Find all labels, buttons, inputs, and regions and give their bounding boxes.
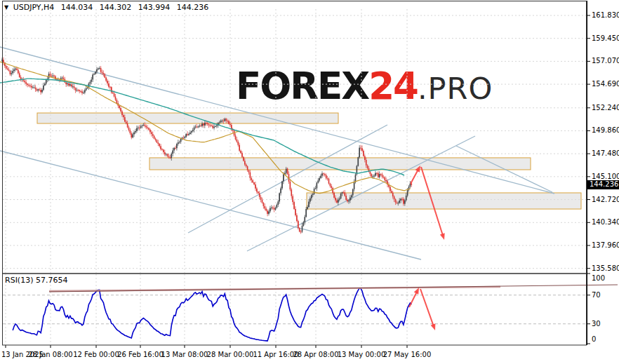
symbol-label: USDJPY,H4: [13, 3, 55, 12]
chart-title-bar: ▼ USDJPY,H4 144.034 144.302 143.994 144.…: [4, 3, 208, 12]
rsi-axis-label: 70: [592, 292, 601, 299]
price-axis-label: 135.580: [592, 265, 619, 272]
price-axis-label: 149.860: [592, 127, 619, 134]
price-axis-label: 157.070: [592, 58, 619, 65]
price-axis-label: 145.100: [592, 173, 619, 180]
price-axis-label: 161.830: [592, 12, 619, 19]
current-price-badge: 144.236: [587, 180, 619, 189]
quote-high: 144.302: [100, 3, 132, 12]
price-axis-label: 154.690: [592, 81, 619, 88]
rsi-indicator-label: RSI(13) 57.7654: [5, 276, 67, 285]
rsi-axis-label: 30: [592, 321, 601, 328]
price-axis-label: 147.480: [592, 150, 619, 157]
quote-open: 144.034: [61, 3, 93, 12]
price-axis-label: 159.450: [592, 35, 619, 42]
rsi-axis-label: 0: [592, 336, 596, 343]
time-axis-label: 27 May 16:00: [380, 351, 434, 358]
mt4-chart-window: FOREX24.PRO ▼ USDJPY,H4 144.034 144.302 …: [0, 0, 619, 364]
rsi-axis-label: 100: [592, 275, 605, 282]
price-axis-label: 137.960: [592, 242, 619, 249]
quote-close: 144.236: [177, 3, 209, 12]
price-axis-label: 142.720: [592, 196, 619, 203]
symbol-dropdown-icon[interactable]: ▼: [4, 4, 8, 11]
chart-canvas[interactable]: [0, 0, 619, 364]
price-axis-label: 152.240: [592, 105, 619, 112]
quote-low: 143.994: [138, 3, 171, 12]
price-axis-label: 140.340: [592, 219, 619, 226]
